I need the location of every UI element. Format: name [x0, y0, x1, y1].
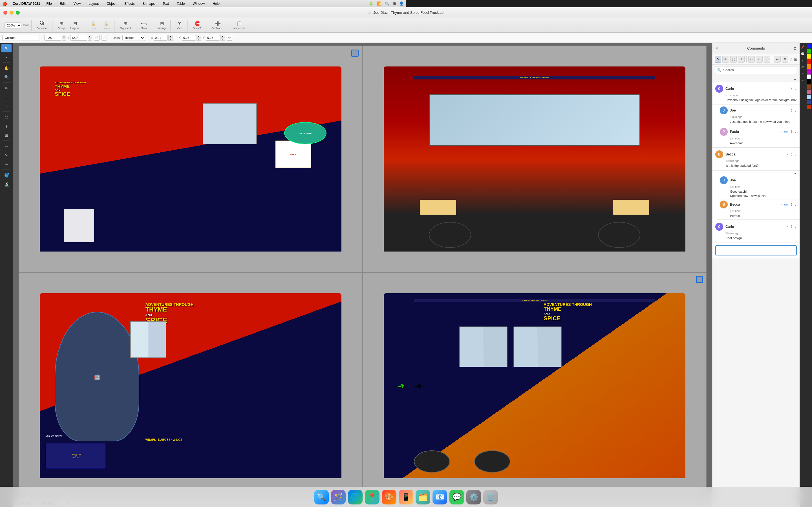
mirror-button[interactable]: ⟺ Mirror	[138, 20, 150, 31]
node-tool[interactable]: ⬩	[1, 53, 11, 61]
group-button[interactable]: ⊞ Group	[55, 20, 68, 31]
dimension-tool[interactable]: ↔	[1, 142, 11, 151]
menu-table[interactable]: Table	[175, 1, 187, 6]
height-group: ↕ 12,0 ▲ ▼	[68, 35, 92, 41]
arrange-button[interactable]: ⊞ Arrange	[155, 20, 168, 31]
nudge-spinner[interactable]: ▲ ▼	[168, 35, 173, 41]
get-more-button[interactable]: ➕ Get More...	[209, 20, 226, 31]
y-spinner[interactable]: ▲ ▼	[220, 35, 225, 41]
page-size-group: Custom Letter A4	[2, 35, 39, 41]
inspectors-button[interactable]: 📋 Inspectors	[231, 20, 248, 31]
alignment-label: Alignment	[119, 27, 131, 30]
rectangle-tool[interactable]: ▭	[1, 93, 11, 101]
titlebar: ☁️ Joe Diaz - Thyme and Spice Food Truck…	[0, 7, 406, 18]
sep1	[110, 35, 110, 41]
menu-edit[interactable]: Edit	[58, 1, 67, 6]
main-area: ↖ ⬩ ✋ 🔍 ✏ ▭ ○ ⬡ T ⊞ ↔ ⤷ ⇌ 🪣 🔬	[0, 43, 406, 253]
menu-file[interactable]: File	[45, 1, 53, 6]
zoom-tool[interactable]: 🔍	[1, 73, 11, 81]
group-section: ⊞ Group ⊟ Ungroup	[54, 20, 85, 31]
lock-button[interactable]: 🔒 Lock	[87, 20, 100, 31]
x-input[interactable]	[182, 35, 196, 41]
fill-tool[interactable]: 🪣	[1, 171, 11, 179]
table-tool[interactable]: ⊞	[1, 131, 11, 139]
truck-menu-sign	[64, 209, 94, 242]
comment-indicator-1[interactable]	[351, 50, 359, 57]
mirror-label: Mirror	[141, 27, 147, 30]
user-icon[interactable]: 👤	[399, 1, 404, 6]
width-icon: ↔	[41, 36, 44, 40]
main-window: ☁️ Joe Diaz - Thyme and Spice Food Truck…	[0, 7, 406, 253]
transform-button[interactable]: ⟳	[227, 35, 232, 41]
maximize-button[interactable]	[16, 11, 20, 15]
nudge-group: ⊕ ▲ ▼	[151, 35, 173, 41]
height-input[interactable]: 12,0	[70, 35, 87, 41]
x-group: X: ▲ ▼	[179, 35, 201, 41]
search-icon[interactable]: 🔍	[385, 1, 389, 6]
unlock-button[interactable]: 🔓 Unlock	[100, 20, 112, 31]
view-modes-label: Enhanced	[37, 27, 48, 30]
alignment-button[interactable]: ⊞ Alignment	[117, 20, 133, 31]
height-spin-down[interactable]: ▼	[88, 38, 92, 41]
units-select[interactable]: inches mm px	[122, 35, 145, 41]
alignment-icon: ⊞	[123, 21, 127, 26]
menu-view[interactable]: View	[71, 1, 82, 6]
nudge-spin-up[interactable]: ▲	[168, 35, 173, 38]
pan-tool[interactable]: ✋	[1, 64, 11, 72]
portrait-button[interactable]: 📄	[94, 35, 100, 41]
width-spinner[interactable]: ▲ ▼	[62, 35, 66, 41]
control-center-icon[interactable]: ⊞	[393, 1, 396, 6]
main-toolbar: 250% 100% 200% 250% 🖼 Enhanced ⊞ Group ⊟…	[0, 18, 406, 33]
menu-help[interactable]: Help	[211, 1, 221, 6]
y-spin-up[interactable]: ▲	[220, 35, 225, 38]
minimize-button[interactable]	[10, 11, 13, 15]
width-spin-up[interactable]: ▲	[62, 35, 66, 38]
blend-tool[interactable]: ⇌	[1, 160, 11, 168]
view-section: 👁 View	[172, 20, 188, 31]
select-tool[interactable]: ↖	[1, 44, 11, 52]
truck-graphic-2: WRAPS · KABOBS · WINGS	[384, 66, 406, 251]
text-tool[interactable]: T	[1, 122, 11, 130]
polygon-tool[interactable]: ⬡	[1, 113, 11, 121]
x-spin-down[interactable]: ▼	[197, 38, 201, 41]
canvas-area[interactable]: ADVENTURES THROUGHTHYMEANDSPICE OPEN YES…	[13, 43, 406, 253]
ungroup-button[interactable]: ⊟ Ungroup	[68, 20, 83, 31]
nudge-input[interactable]	[154, 35, 168, 41]
width-spin-down[interactable]: ▼	[62, 38, 66, 41]
menu-window[interactable]: Window	[191, 1, 206, 6]
apple-menu[interactable]: 🍎	[2, 1, 7, 6]
menu-effects[interactable]: Effects	[123, 1, 136, 6]
arrange-icon: ⊞	[160, 21, 164, 26]
zoom-select[interactable]: 250% 100% 200%	[4, 22, 21, 29]
view-button[interactable]: 👁 View	[173, 20, 186, 31]
page-size-select[interactable]: Custom Letter A4	[2, 35, 39, 41]
ellipse-tool[interactable]: ○	[1, 102, 11, 110]
freehand-tool[interactable]: ✏	[1, 84, 11, 93]
nudge-spin-down[interactable]: ▼	[168, 38, 173, 41]
height-spin-up[interactable]: ▲	[88, 35, 92, 38]
close-button[interactable]	[3, 11, 7, 15]
alignment-section: ⊞ Alignment	[116, 20, 135, 31]
tool-sep-2	[3, 82, 10, 83]
height-spinner[interactable]: ▲ ▼	[88, 35, 92, 41]
lock-section: 🔒 Lock 🔓 Unlock	[86, 20, 114, 31]
eyedropper-tool[interactable]: 🔬	[1, 180, 11, 188]
menu-layout[interactable]: Layout	[87, 1, 100, 6]
y-spin-down[interactable]: ▼	[220, 38, 225, 41]
connector-tool[interactable]: ⤷	[1, 151, 11, 159]
snap-button[interactable]: 🧲 Snap To	[191, 20, 204, 31]
x-spin-up[interactable]: ▲	[197, 35, 201, 38]
landscape-button[interactable]: 📄	[101, 35, 107, 41]
y-input[interactable]	[206, 35, 220, 41]
app-name[interactable]: CorelDRAW 2021	[13, 2, 40, 6]
snap-section: 🧲 Snap To	[189, 20, 206, 31]
width-input[interactable]: 9,25	[44, 35, 61, 41]
menu-object[interactable]: Object	[105, 1, 118, 6]
mirror-icon: ⟺	[141, 21, 147, 26]
x-spinner[interactable]: ▲ ▼	[197, 35, 201, 41]
group-label: Group	[58, 27, 65, 30]
view-modes-button[interactable]: 🖼 Enhanced	[35, 20, 50, 31]
menu-text[interactable]: Text	[161, 1, 170, 6]
truck-body-2: WRAPS · KABOBS · WINGS	[384, 66, 406, 251]
menu-bitmaps[interactable]: Bitmaps	[141, 1, 156, 6]
